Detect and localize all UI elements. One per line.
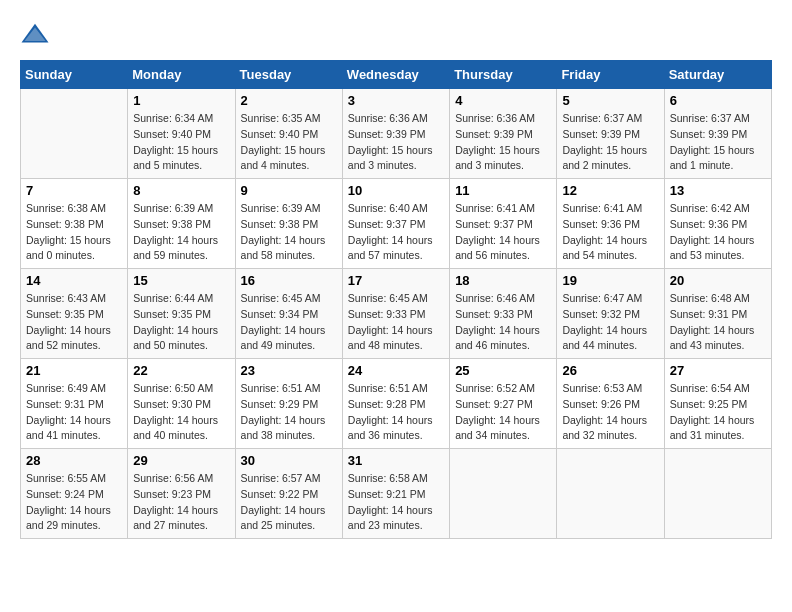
day-number: 24: [348, 363, 444, 378]
calendar-cell: 20Sunrise: 6:48 AMSunset: 9:31 PMDayligh…: [664, 269, 771, 359]
day-number: 30: [241, 453, 337, 468]
logo: [20, 20, 54, 50]
calendar-cell: 3Sunrise: 6:36 AMSunset: 9:39 PMDaylight…: [342, 89, 449, 179]
calendar-cell: 16Sunrise: 6:45 AMSunset: 9:34 PMDayligh…: [235, 269, 342, 359]
day-number: 25: [455, 363, 551, 378]
day-info: Sunrise: 6:39 AMSunset: 9:38 PMDaylight:…: [241, 201, 337, 264]
day-number: 20: [670, 273, 766, 288]
day-info: Sunrise: 6:57 AMSunset: 9:22 PMDaylight:…: [241, 471, 337, 534]
calendar-cell: 15Sunrise: 6:44 AMSunset: 9:35 PMDayligh…: [128, 269, 235, 359]
header-cell-tuesday: Tuesday: [235, 61, 342, 89]
day-number: 19: [562, 273, 658, 288]
day-number: 7: [26, 183, 122, 198]
day-number: 18: [455, 273, 551, 288]
calendar-row: 1Sunrise: 6:34 AMSunset: 9:40 PMDaylight…: [21, 89, 772, 179]
day-info: Sunrise: 6:51 AMSunset: 9:28 PMDaylight:…: [348, 381, 444, 444]
day-number: 2: [241, 93, 337, 108]
day-info: Sunrise: 6:45 AMSunset: 9:33 PMDaylight:…: [348, 291, 444, 354]
day-info: Sunrise: 6:37 AMSunset: 9:39 PMDaylight:…: [562, 111, 658, 174]
day-info: Sunrise: 6:37 AMSunset: 9:39 PMDaylight:…: [670, 111, 766, 174]
day-info: Sunrise: 6:44 AMSunset: 9:35 PMDaylight:…: [133, 291, 229, 354]
calendar-cell: 10Sunrise: 6:40 AMSunset: 9:37 PMDayligh…: [342, 179, 449, 269]
day-info: Sunrise: 6:34 AMSunset: 9:40 PMDaylight:…: [133, 111, 229, 174]
day-info: Sunrise: 6:58 AMSunset: 9:21 PMDaylight:…: [348, 471, 444, 534]
calendar-cell: 27Sunrise: 6:54 AMSunset: 9:25 PMDayligh…: [664, 359, 771, 449]
day-info: Sunrise: 6:55 AMSunset: 9:24 PMDaylight:…: [26, 471, 122, 534]
day-info: Sunrise: 6:35 AMSunset: 9:40 PMDaylight:…: [241, 111, 337, 174]
calendar-row: 21Sunrise: 6:49 AMSunset: 9:31 PMDayligh…: [21, 359, 772, 449]
day-number: 26: [562, 363, 658, 378]
day-number: 8: [133, 183, 229, 198]
logo-icon: [20, 20, 50, 50]
day-info: Sunrise: 6:56 AMSunset: 9:23 PMDaylight:…: [133, 471, 229, 534]
day-info: Sunrise: 6:42 AMSunset: 9:36 PMDaylight:…: [670, 201, 766, 264]
day-number: 21: [26, 363, 122, 378]
day-number: 6: [670, 93, 766, 108]
calendar-header: SundayMondayTuesdayWednesdayThursdayFrid…: [21, 61, 772, 89]
day-info: Sunrise: 6:40 AMSunset: 9:37 PMDaylight:…: [348, 201, 444, 264]
calendar-cell: 23Sunrise: 6:51 AMSunset: 9:29 PMDayligh…: [235, 359, 342, 449]
day-number: 27: [670, 363, 766, 378]
calendar-row: 14Sunrise: 6:43 AMSunset: 9:35 PMDayligh…: [21, 269, 772, 359]
calendar-cell: 11Sunrise: 6:41 AMSunset: 9:37 PMDayligh…: [450, 179, 557, 269]
header-cell-wednesday: Wednesday: [342, 61, 449, 89]
day-info: Sunrise: 6:52 AMSunset: 9:27 PMDaylight:…: [455, 381, 551, 444]
calendar-cell: 19Sunrise: 6:47 AMSunset: 9:32 PMDayligh…: [557, 269, 664, 359]
day-number: 15: [133, 273, 229, 288]
day-info: Sunrise: 6:47 AMSunset: 9:32 PMDaylight:…: [562, 291, 658, 354]
calendar-cell: 21Sunrise: 6:49 AMSunset: 9:31 PMDayligh…: [21, 359, 128, 449]
header-cell-saturday: Saturday: [664, 61, 771, 89]
calendar-cell: 14Sunrise: 6:43 AMSunset: 9:35 PMDayligh…: [21, 269, 128, 359]
calendar-cell: 24Sunrise: 6:51 AMSunset: 9:28 PMDayligh…: [342, 359, 449, 449]
day-number: 14: [26, 273, 122, 288]
calendar-cell: 6Sunrise: 6:37 AMSunset: 9:39 PMDaylight…: [664, 89, 771, 179]
calendar-cell: [557, 449, 664, 539]
calendar-cell: [450, 449, 557, 539]
day-info: Sunrise: 6:50 AMSunset: 9:30 PMDaylight:…: [133, 381, 229, 444]
day-info: Sunrise: 6:41 AMSunset: 9:37 PMDaylight:…: [455, 201, 551, 264]
day-info: Sunrise: 6:51 AMSunset: 9:29 PMDaylight:…: [241, 381, 337, 444]
day-number: 13: [670, 183, 766, 198]
page-header: [20, 20, 772, 50]
header-cell-friday: Friday: [557, 61, 664, 89]
day-info: Sunrise: 6:53 AMSunset: 9:26 PMDaylight:…: [562, 381, 658, 444]
calendar-cell: 18Sunrise: 6:46 AMSunset: 9:33 PMDayligh…: [450, 269, 557, 359]
calendar-cell: [664, 449, 771, 539]
day-info: Sunrise: 6:36 AMSunset: 9:39 PMDaylight:…: [348, 111, 444, 174]
header-row: SundayMondayTuesdayWednesdayThursdayFrid…: [21, 61, 772, 89]
calendar-table: SundayMondayTuesdayWednesdayThursdayFrid…: [20, 60, 772, 539]
calendar-cell: 26Sunrise: 6:53 AMSunset: 9:26 PMDayligh…: [557, 359, 664, 449]
day-number: 17: [348, 273, 444, 288]
header-cell-sunday: Sunday: [21, 61, 128, 89]
calendar-cell: 5Sunrise: 6:37 AMSunset: 9:39 PMDaylight…: [557, 89, 664, 179]
day-number: 3: [348, 93, 444, 108]
calendar-cell: 30Sunrise: 6:57 AMSunset: 9:22 PMDayligh…: [235, 449, 342, 539]
calendar-cell: 29Sunrise: 6:56 AMSunset: 9:23 PMDayligh…: [128, 449, 235, 539]
day-number: 28: [26, 453, 122, 468]
day-number: 12: [562, 183, 658, 198]
calendar-cell: 12Sunrise: 6:41 AMSunset: 9:36 PMDayligh…: [557, 179, 664, 269]
day-info: Sunrise: 6:41 AMSunset: 9:36 PMDaylight:…: [562, 201, 658, 264]
calendar-row: 7Sunrise: 6:38 AMSunset: 9:38 PMDaylight…: [21, 179, 772, 269]
calendar-cell: 28Sunrise: 6:55 AMSunset: 9:24 PMDayligh…: [21, 449, 128, 539]
calendar-row: 28Sunrise: 6:55 AMSunset: 9:24 PMDayligh…: [21, 449, 772, 539]
calendar-cell: 4Sunrise: 6:36 AMSunset: 9:39 PMDaylight…: [450, 89, 557, 179]
day-number: 23: [241, 363, 337, 378]
day-info: Sunrise: 6:48 AMSunset: 9:31 PMDaylight:…: [670, 291, 766, 354]
day-info: Sunrise: 6:49 AMSunset: 9:31 PMDaylight:…: [26, 381, 122, 444]
day-number: 16: [241, 273, 337, 288]
calendar-cell: [21, 89, 128, 179]
calendar-cell: 7Sunrise: 6:38 AMSunset: 9:38 PMDaylight…: [21, 179, 128, 269]
calendar-cell: 1Sunrise: 6:34 AMSunset: 9:40 PMDaylight…: [128, 89, 235, 179]
day-number: 1: [133, 93, 229, 108]
day-number: 9: [241, 183, 337, 198]
day-number: 31: [348, 453, 444, 468]
calendar-cell: 25Sunrise: 6:52 AMSunset: 9:27 PMDayligh…: [450, 359, 557, 449]
day-number: 22: [133, 363, 229, 378]
day-info: Sunrise: 6:45 AMSunset: 9:34 PMDaylight:…: [241, 291, 337, 354]
calendar-cell: 9Sunrise: 6:39 AMSunset: 9:38 PMDaylight…: [235, 179, 342, 269]
day-info: Sunrise: 6:38 AMSunset: 9:38 PMDaylight:…: [26, 201, 122, 264]
day-number: 11: [455, 183, 551, 198]
calendar-cell: 13Sunrise: 6:42 AMSunset: 9:36 PMDayligh…: [664, 179, 771, 269]
day-info: Sunrise: 6:46 AMSunset: 9:33 PMDaylight:…: [455, 291, 551, 354]
